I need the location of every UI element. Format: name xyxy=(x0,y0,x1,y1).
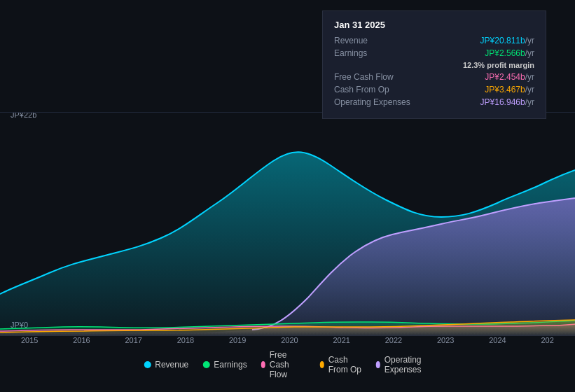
legend-dot-opex xyxy=(376,361,380,368)
legend-dot-earnings xyxy=(202,361,209,368)
legend-revenue[interactable]: Revenue xyxy=(144,360,188,370)
earnings-label: Earnings xyxy=(334,48,418,58)
x-label-2022: 2022 xyxy=(385,336,402,344)
cashop-value: JP¥3.467b/yr xyxy=(485,85,534,94)
x-axis: 2015 2016 2017 2018 2019 2020 2021 2022 … xyxy=(0,336,575,344)
x-label-2019: 2019 xyxy=(229,336,246,344)
legend-dot-fcf xyxy=(261,361,265,368)
earnings-value: JP¥2.566b/yr xyxy=(485,48,534,58)
legend-cashop[interactable]: Cash From Op xyxy=(320,355,362,374)
x-label-2020: 2020 xyxy=(281,336,298,344)
cashop-label: Cash From Op xyxy=(334,85,418,94)
tooltip-box: Jan 31 2025 Revenue JP¥20.811b/yr Earnin… xyxy=(322,10,546,119)
fcf-value: JP¥2.454b/yr xyxy=(485,72,534,82)
revenue-label: Revenue xyxy=(334,36,418,46)
x-label-2017: 2017 xyxy=(125,336,142,344)
x-label-2023: 2023 xyxy=(437,336,454,344)
x-label-2018: 2018 xyxy=(177,336,194,344)
legend-label-earnings: Earnings xyxy=(214,360,247,370)
opex-value: JP¥16.946b/yr xyxy=(480,97,534,107)
profit-margin-text: 12.3% profit margin xyxy=(463,61,534,69)
legend-opex[interactable]: Operating Expenses xyxy=(376,355,431,374)
fcf-label: Free Cash Flow xyxy=(334,72,418,82)
legend-fcf[interactable]: Free Cash Flow xyxy=(261,350,306,379)
chart-svg-area xyxy=(0,108,575,336)
legend-dot-revenue xyxy=(144,361,151,368)
chart-legend: Revenue Earnings Free Cash Flow Cash Fro… xyxy=(144,350,431,379)
legend-label-cashop: Cash From Op xyxy=(328,355,362,374)
x-label-2024: 2024 xyxy=(489,336,506,344)
revenue-value: JP¥20.811b/yr xyxy=(480,36,534,46)
tooltip-date: Jan 31 2025 xyxy=(334,20,534,30)
tooltip-opex-row: Operating Expenses JP¥16.946b/yr xyxy=(334,97,534,107)
tooltip-revenue-row: Revenue JP¥20.811b/yr xyxy=(334,36,534,46)
legend-label-opex: Operating Expenses xyxy=(385,355,431,374)
x-label-2016: 2016 xyxy=(73,336,90,344)
chart-svg xyxy=(0,108,575,336)
legend-label-revenue: Revenue xyxy=(155,360,188,370)
x-label-202: 202 xyxy=(541,336,554,344)
x-label-2015: 2015 xyxy=(21,336,38,344)
tooltip-fcf-row: Free Cash Flow JP¥2.454b/yr xyxy=(334,72,534,82)
legend-label-fcf: Free Cash Flow xyxy=(270,350,306,379)
tooltip-cashop-row: Cash From Op JP¥3.467b/yr xyxy=(334,85,534,94)
chart-container: Jan 31 2025 Revenue JP¥20.811b/yr Earnin… xyxy=(0,0,575,392)
x-label-2021: 2021 xyxy=(333,336,350,344)
tooltip-earnings-row: Earnings JP¥2.566b/yr xyxy=(334,48,534,58)
profit-margin-row: 12.3% profit margin xyxy=(334,61,534,69)
legend-dot-cashop xyxy=(320,361,324,368)
opex-label: Operating Expenses xyxy=(334,97,418,107)
legend-earnings[interactable]: Earnings xyxy=(202,360,247,370)
